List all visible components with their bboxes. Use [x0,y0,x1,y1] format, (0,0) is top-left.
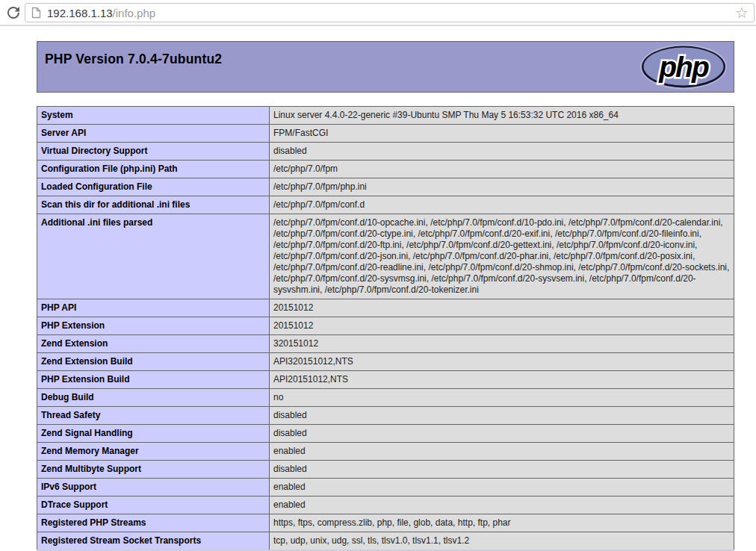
url-host: 192.168.1.13 [47,7,113,19]
info-value: API320151012,NTS [270,353,734,371]
phpinfo-header: PHP Version 7.0.4-7ubuntu2 php [37,41,734,93]
info-label: IPv6 Support [37,479,270,496]
info-label: Thread Safety [37,407,270,425]
reload-icon [4,4,22,22]
table-row: Zend Multibyte Supportdisabled [37,461,734,479]
info-label: Zend Memory Manager [37,443,270,461]
info-value: disabled [270,407,734,425]
reload-button[interactable] [4,4,22,22]
info-label: Registered PHP Streams [37,514,270,532]
info-value: /etc/php/7.0/fpm/conf.d/10-opcache.ini, … [270,214,734,299]
info-value: /etc/php/7.0/fpm/conf.d [270,196,734,214]
info-value: disabled [270,143,734,161]
info-value: enabled [270,496,734,514]
info-label: Zend Extension [37,335,270,353]
table-row: Registered Stream Socket Transportstcp, … [37,532,734,550]
table-row: Loaded Configuration File/etc/php/7.0/fp… [37,178,734,196]
info-value: tcp, udp, unix, udg, ssl, tls, tlsv1.0, … [270,532,734,550]
php-logo-text: php [658,51,709,83]
info-label: Zend Multibyte Support [37,461,270,479]
table-row: PHP API20151012 [37,299,734,317]
info-label: PHP API [37,299,270,317]
table-row: PHP Extension BuildAPI20151012,NTS [37,371,734,389]
info-value: Linux server 4.4.0-22-generic #39-Ubuntu… [270,107,734,125]
bookmark-star-icon[interactable]: ☆ [735,5,749,20]
table-row: Scan this dir for additional .ini files/… [37,196,734,214]
table-row: Configuration File (php.ini) Path/etc/ph… [37,161,734,178]
info-label: Loaded Configuration File [37,178,270,196]
table-row: Registered PHP Streamshttps, ftps, compr… [37,514,734,532]
table-row: Zend Signal Handlingdisabled [37,425,734,443]
info-value: no [270,389,734,407]
page-title: PHP Version 7.0.4-7ubuntu2 [45,52,222,67]
info-value: 20151012 [270,317,734,335]
info-value: https, ftps, compress.zlib, php, file, g… [270,514,734,532]
table-row: PHP Extension20151012 [37,317,734,335]
info-label: Scan this dir for additional .ini files [37,196,270,214]
info-value: 320151012 [270,335,734,353]
info-label: Server API [37,125,270,143]
info-value: enabled [270,479,734,496]
info-label: Debug Build [37,389,270,407]
table-row: SystemLinux server 4.4.0-22-generic #39-… [37,107,734,125]
table-row: Virtual Directory Supportdisabled [37,143,734,161]
table-row: DTrace Supportenabled [37,496,734,514]
info-label: Zend Extension Build [37,353,270,371]
table-row: Server APIFPM/FastCGI [37,125,734,143]
info-value: /etc/php/7.0/fpm/php.ini [270,178,734,196]
info-value: disabled [270,461,734,479]
info-value: FPM/FastCGI [270,125,734,143]
table-row: Zend Extension BuildAPI320151012,NTS [37,353,734,371]
info-label: Virtual Directory Support [37,143,270,161]
url-bar[interactable]: 192.168.1.13/info.php ☆ [25,3,755,22]
info-value: enabled [270,443,734,461]
info-label: System [37,107,270,125]
info-label: Configuration File (php.ini) Path [37,161,270,178]
url-path: /info.php [113,7,156,19]
table-row: IPv6 Supportenabled [37,479,734,496]
info-value: disabled [270,425,734,443]
info-value: /etc/php/7.0/fpm [270,161,734,178]
info-value: 20151012 [270,299,734,317]
info-label: PHP Extension [37,317,270,335]
url-input[interactable]: 192.168.1.13/info.php [47,7,735,19]
table-row: Thread Safetydisabled [37,407,734,425]
info-label: Registered Stream Socket Transports [37,532,270,550]
info-label: Additional .ini files parsed [37,214,270,299]
info-value: API20151012,NTS [270,371,734,389]
browser-toolbar: 192.168.1.13/info.php ☆ [0,0,756,26]
table-row: Zend Extension320151012 [37,335,734,353]
info-label: Zend Signal Handling [37,425,270,443]
info-label: DTrace Support [37,496,270,514]
table-row: Debug Buildno [37,389,734,407]
table-row: Zend Memory Managerenabled [37,443,734,461]
php-info-table: SystemLinux server 4.4.0-22-generic #39-… [37,106,734,551]
document-icon [31,7,41,19]
php-logo: php [639,43,728,91]
table-row: Additional .ini files parsed/etc/php/7.0… [37,214,734,299]
info-label: PHP Extension Build [37,371,270,389]
